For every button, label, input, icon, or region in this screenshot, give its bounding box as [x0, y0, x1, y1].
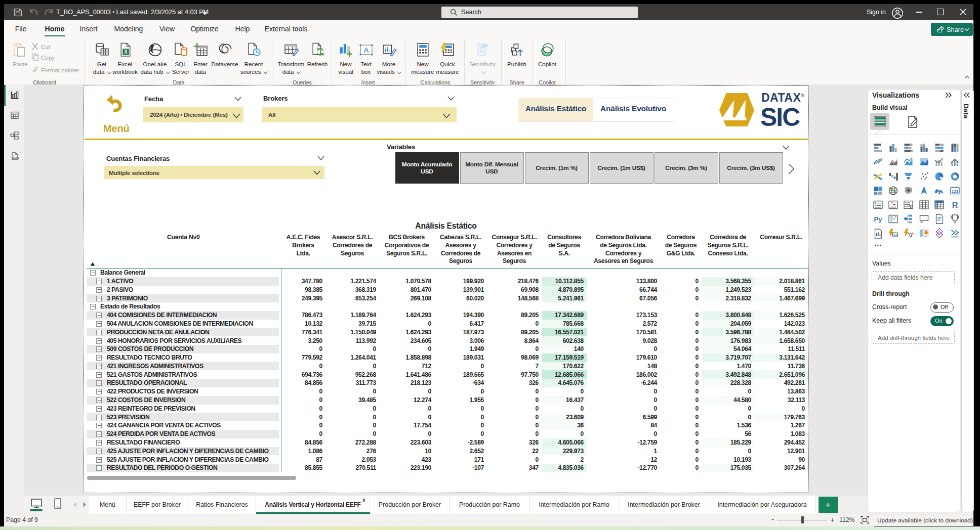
- svg-text:DAX: DAX: [12, 157, 18, 159]
- svg-text:A: A: [364, 46, 369, 54]
- svg-text:R: R: [952, 201, 958, 209]
- svg-text:Py: Py: [874, 215, 883, 223]
- svg-text:X: X: [124, 49, 128, 55]
- svg-text:123: 123: [893, 233, 897, 236]
- svg-text:123: 123: [952, 189, 959, 194]
